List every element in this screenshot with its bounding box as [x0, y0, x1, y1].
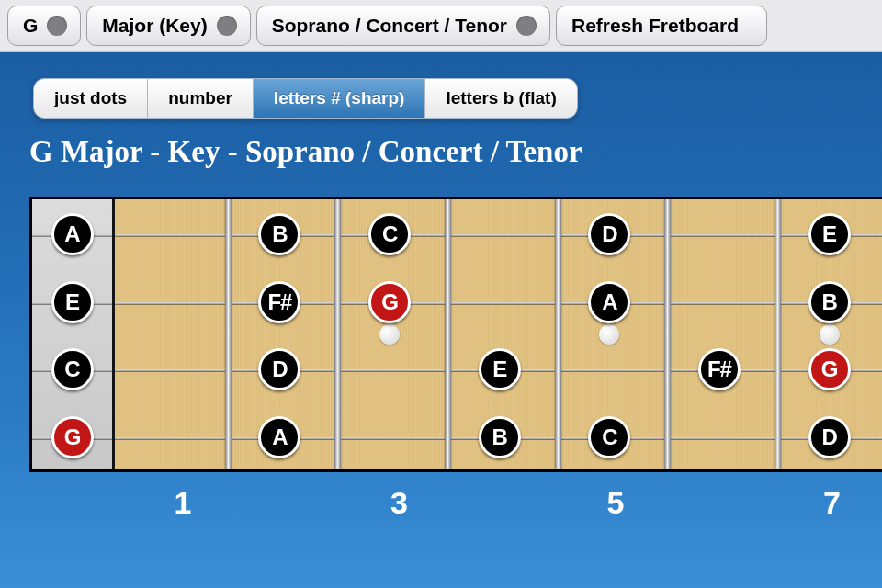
top-selector-bar: G Major (Key) Soprano / Concert / Tenor … — [0, 0, 882, 52]
fret-inlay-dot — [379, 324, 400, 345]
fret-wire — [555, 199, 561, 469]
fret-note[interactable]: B — [479, 416, 521, 458]
open-string-note[interactable]: A — [51, 213, 94, 255]
scale-selector-label: Major (Key) — [102, 15, 207, 37]
fret-number-label: 7 — [778, 485, 883, 521]
fretboard: AECG BCDEF#GABCDEF#GABCD — [29, 197, 882, 472]
fret-note[interactable]: B — [258, 213, 300, 255]
fret-number-label — [237, 485, 345, 521]
display-mode-option[interactable]: number — [148, 79, 254, 118]
fret-note[interactable]: G — [368, 281, 411, 323]
open-string-note[interactable]: C — [51, 348, 94, 390]
fret-note[interactable]: C — [368, 213, 411, 255]
scale-selector[interactable]: Major (Key) — [86, 6, 250, 46]
dropdown-dot-icon — [217, 16, 237, 36]
key-selector[interactable]: G — [7, 6, 81, 46]
fretboard-fret-area: BCDEF#GABCDEF#GABCD — [115, 199, 882, 469]
fret-note[interactable]: F# — [698, 348, 741, 390]
fret-note[interactable]: G — [808, 348, 851, 390]
fret-note[interactable]: B — [808, 281, 851, 323]
fret-wire — [225, 199, 232, 469]
fret-number-label — [453, 485, 561, 521]
fret-note[interactable]: A — [258, 416, 300, 458]
open-string-note[interactable]: E — [51, 281, 94, 323]
fret-note[interactable]: D — [588, 213, 630, 255]
refresh-button-label: Refresh Fretboard — [571, 15, 739, 37]
fret-inlay-dot — [820, 324, 840, 345]
fret-note[interactable]: E — [808, 213, 851, 255]
page-title: G Major - Key - Soprano / Concert / Teno… — [29, 135, 882, 169]
fret-wire — [775, 199, 781, 469]
fret-wire — [334, 199, 341, 469]
fretboard-container: AECG BCDEF#GABCDEF#GABCD 1357 — [29, 197, 882, 521]
fret-inlay-dot — [599, 324, 619, 345]
fret-note[interactable]: F# — [258, 281, 300, 323]
refresh-button[interactable]: Refresh Fretboard — [556, 6, 767, 46]
dropdown-dot-icon — [47, 16, 67, 36]
fret-number-row: 1357 — [29, 485, 882, 521]
tuning-selector-label: Soprano / Concert / Tenor — [272, 15, 507, 37]
fret-note[interactable]: D — [258, 348, 300, 390]
tuning-selector[interactable]: Soprano / Concert / Tenor — [256, 6, 550, 46]
fret-note[interactable]: C — [588, 416, 630, 458]
fret-note[interactable]: A — [588, 281, 630, 323]
fret-note[interactable]: D — [808, 416, 851, 458]
fret-wire — [445, 199, 451, 469]
fretboard-nut: AECG — [32, 199, 115, 469]
key-selector-label: G — [23, 15, 38, 37]
fret-number-label: 1 — [129, 485, 237, 521]
dropdown-dot-icon — [516, 16, 537, 36]
display-mode-option[interactable]: letters b (flat) — [425, 79, 576, 118]
display-mode-segmented: just dotsnumberletters # (sharp)letters … — [33, 78, 578, 119]
fret-number-spacer — [29, 485, 129, 521]
open-string-note[interactable]: G — [51, 416, 94, 458]
display-mode-option[interactable]: letters # (sharp) — [254, 79, 426, 118]
fret-number-label — [670, 485, 778, 521]
display-mode-option[interactable]: just dots — [34, 79, 148, 118]
fret-wire — [664, 199, 671, 469]
fret-number-label: 5 — [561, 485, 670, 521]
fret-note[interactable]: E — [479, 348, 521, 390]
fret-number-label: 3 — [345, 485, 454, 521]
